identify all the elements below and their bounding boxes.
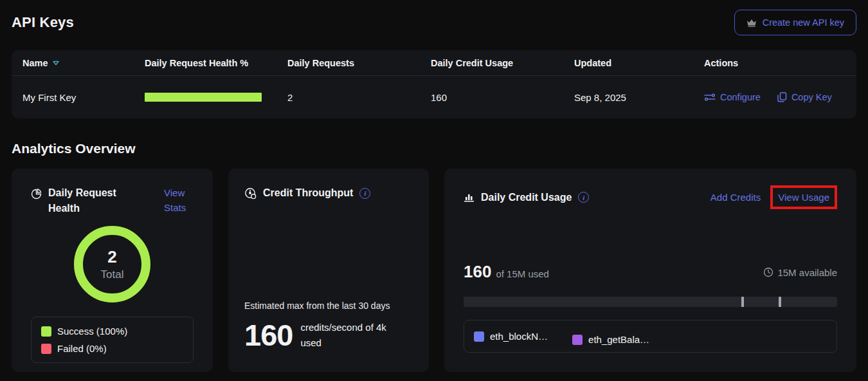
used-suffix: of 15M used xyxy=(496,268,549,279)
copy-icon xyxy=(777,92,787,102)
configure-label: Configure xyxy=(720,92,761,102)
health-bar-track xyxy=(145,93,262,102)
throughput-value: 160 xyxy=(244,317,293,353)
throughput-subtitle: Estimated max from the last 30 days xyxy=(244,301,413,311)
view-usage-link[interactable]: View Usage xyxy=(778,192,829,203)
health-legend-box: Success (100%) Failed (0%) xyxy=(31,317,194,363)
eth-blocknumber-label: eth_blockN… xyxy=(490,331,548,342)
donut-total-value: 2 xyxy=(107,247,116,267)
success-label: Success (100%) xyxy=(57,326,127,337)
failed-label: Failed (0%) xyxy=(57,343,107,354)
info-icon[interactable]: i xyxy=(359,188,370,199)
legend-item-success: Success (100%) xyxy=(41,326,183,337)
card-links: Add Credits View Usage xyxy=(710,185,837,209)
column-header-credit-usage: Daily Credit Usage xyxy=(431,58,574,68)
sliders-icon xyxy=(704,93,716,102)
info-icon[interactable]: i xyxy=(578,192,589,203)
available-group: 15M available xyxy=(763,267,837,278)
column-header-name-label: Name xyxy=(23,58,48,68)
success-swatch xyxy=(41,326,51,337)
analytics-cards: Daily Request Health View Stats 2 Total … xyxy=(12,169,856,372)
daily-requests-value: 2 xyxy=(287,92,431,103)
daily-credit-usage-card: Daily Credit Usage i Add Credits View Us… xyxy=(444,169,856,372)
configure-link[interactable]: Configure xyxy=(704,92,761,102)
request-health-donut: 2 Total xyxy=(74,226,150,302)
daily-credit-usage-value: 160 xyxy=(431,92,574,103)
throughput-value-row: 160 credits/second of 4k used xyxy=(244,317,413,353)
donut-total-label: Total xyxy=(101,268,124,281)
copy-key-link[interactable]: Copy Key xyxy=(777,92,832,102)
card-head: Credit Throughput i xyxy=(244,185,413,201)
sort-chevron-icon xyxy=(52,60,60,66)
column-header-requests: Daily Requests xyxy=(287,58,431,68)
crown-icon xyxy=(746,19,757,27)
legend-item-eth-blocknumber: eth_blockN… xyxy=(474,331,548,342)
column-header-updated: Updated xyxy=(574,58,704,68)
column-header-name[interactable]: Name xyxy=(23,58,145,68)
dashboard-page: API Keys Create new API key Name Daily R… xyxy=(0,8,868,372)
table-row: My First Key 2 160 Sep 8, 2025 Configure xyxy=(12,76,856,118)
add-credits-link[interactable]: Add Credits xyxy=(710,190,761,205)
eth-getbalance-swatch xyxy=(572,335,583,345)
usage-marker xyxy=(779,297,781,307)
pie-chart-icon xyxy=(31,189,42,200)
analytics-title: Analytics Overview xyxy=(12,141,856,156)
legend-item-failed: Failed (0%) xyxy=(41,343,183,354)
usage-marker xyxy=(741,297,744,307)
api-keys-table: Name Daily Request Health % Daily Reques… xyxy=(12,50,856,118)
throughput-unit: credits/second of 4k used xyxy=(300,320,403,350)
column-header-health: Daily Request Health % xyxy=(145,58,287,68)
top-bar: API Keys Create new API key xyxy=(12,8,856,37)
available-label: 15M available xyxy=(777,267,837,278)
health-bar xyxy=(145,93,262,102)
updated-value: Sep 8, 2025 xyxy=(574,92,704,103)
usage-legend-box: eth_blockN… eth_getBala… xyxy=(464,320,837,353)
create-api-key-label: Create new API key xyxy=(763,17,844,28)
donut-wrap: 2 Total xyxy=(31,226,194,302)
clock-icon xyxy=(763,267,773,277)
legend-item-eth-getbalance: eth_getBala… xyxy=(572,334,649,345)
gauge-icon xyxy=(244,187,257,200)
used-value: 160 xyxy=(464,262,491,282)
actions-cell: Configure Copy Key xyxy=(704,92,856,102)
copy-key-label: Copy Key xyxy=(791,92,832,102)
daily-request-health-card: Daily Request Health View Stats 2 Total … xyxy=(12,169,213,372)
card-title: Daily Request Health xyxy=(48,185,124,216)
eth-blocknumber-swatch xyxy=(474,331,484,342)
credit-throughput-card: Credit Throughput i Estimated max from t… xyxy=(228,169,429,372)
annotation-highlight-box: View Usage xyxy=(770,185,837,209)
bar-chart-icon xyxy=(464,192,475,202)
failed-swatch xyxy=(41,344,51,354)
page-title: API Keys xyxy=(12,14,74,31)
eth-getbalance-label: eth_getBala… xyxy=(588,334,649,345)
usage-stats-row: 160 of 15M used 15M available xyxy=(464,262,837,282)
usage-progress-bar xyxy=(464,297,837,307)
view-stats-link[interactable]: View Stats xyxy=(164,185,194,216)
key-name: My First Key xyxy=(23,92,145,103)
card-title: Credit Throughput xyxy=(263,185,353,201)
card-title: Daily Credit Usage xyxy=(481,190,572,205)
column-header-actions: Actions xyxy=(704,58,856,68)
card-head: Daily Credit Usage i Add Credits View Us… xyxy=(464,185,837,209)
card-head: Daily Request Health View Stats xyxy=(31,185,194,216)
create-api-key-button[interactable]: Create new API key xyxy=(734,10,856,35)
table-header-row: Name Daily Request Health % Daily Reques… xyxy=(12,50,856,76)
